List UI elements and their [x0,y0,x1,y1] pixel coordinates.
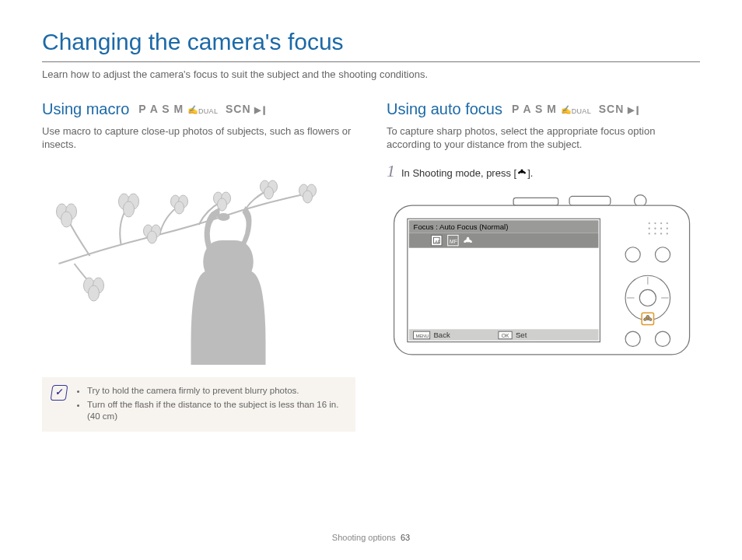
step-number: 1 [387,163,395,180]
svg-text:MENU: MENU [415,333,429,338]
movie-icon: ▶❙ [254,105,268,114]
macro-body: Use macro to capture close-up photos of … [42,125,355,152]
svg-point-5 [89,285,100,301]
heading-using-auto-focus: Using auto focus [387,99,502,119]
auto-focus-body: To capture sharp photos, select the appr… [387,125,700,152]
svg-point-48 [649,222,650,223]
hand-icon: ✍ [187,105,198,114]
svg-point-53 [654,227,656,229]
macro-button-icon [516,168,527,177]
svg-point-71 [625,331,640,346]
svg-point-56 [649,233,650,234]
page-title: Changing the camera's focus [42,26,700,57]
note-item: Try to hold the camera firmly to prevent… [87,385,346,397]
note-item: Turn off the flash if the distance to th… [87,399,346,422]
svg-point-11 [148,231,157,243]
note-box: ✓ Try to hold the camera firmly to preve… [42,377,355,432]
movie-icon: ▶❙ [628,105,641,114]
heading-using-macro: Using macro [42,99,129,119]
svg-rect-28 [513,198,558,205]
footer-page: 63 [401,533,410,542]
step-text: In Shooting mode, press []. [401,167,533,180]
footer-section: Shooting options [332,533,396,542]
svg-point-72 [655,331,670,346]
svg-point-58 [660,233,662,234]
svg-text:AF: AF [435,240,441,244]
hand-icon: ✍ [561,105,572,114]
svg-point-55 [667,227,668,229]
svg-text:OK: OK [502,332,509,338]
svg-point-54 [660,227,662,229]
mode-strip-auto-focus: P A S M ✍DUAL SCN ▶❙ [512,102,641,116]
svg-point-57 [654,233,656,234]
screen-title: Focus : Auto Focus (Normal) [414,222,509,230]
screen-set: Set [516,330,527,338]
svg-point-14 [175,201,184,214]
svg-point-60 [625,247,640,261]
svg-point-49 [654,222,656,223]
svg-point-61 [655,247,670,261]
svg-point-20 [264,187,274,199]
step-1: 1 In Shooting mode, press []. [387,163,700,180]
mode-strip-macro: P A S M ✍DUAL SCN ▶❙ [138,102,268,116]
note-icon: ✓ [51,385,68,401]
svg-point-50 [660,222,662,223]
svg-point-24 [218,213,230,221]
svg-point-8 [124,201,135,217]
column-right: Using auto focus P A S M ✍DUAL SCN ▶❙ To… [387,99,700,369]
svg-point-63 [639,289,656,306]
svg-point-59 [667,233,668,234]
page-footer: Shooting options 63 [0,532,742,543]
title-rule [42,61,700,62]
screen-back: Back [433,330,450,338]
intro-text: Learn how to adjust the camera's focus t… [42,68,700,82]
svg-point-2 [61,212,72,227]
svg-rect-29 [569,196,611,205]
column-left: Using macro P A S M ✍DUAL SCN ▶❙ Use mac… [42,99,355,432]
svg-point-51 [667,222,668,223]
svg-point-52 [649,227,650,229]
svg-text:MF: MF [450,239,457,244]
svg-point-23 [303,191,313,203]
macro-illustration [42,163,355,365]
camera-illustration: Focus : Auto Focus (Normal) AF MF [387,190,700,369]
